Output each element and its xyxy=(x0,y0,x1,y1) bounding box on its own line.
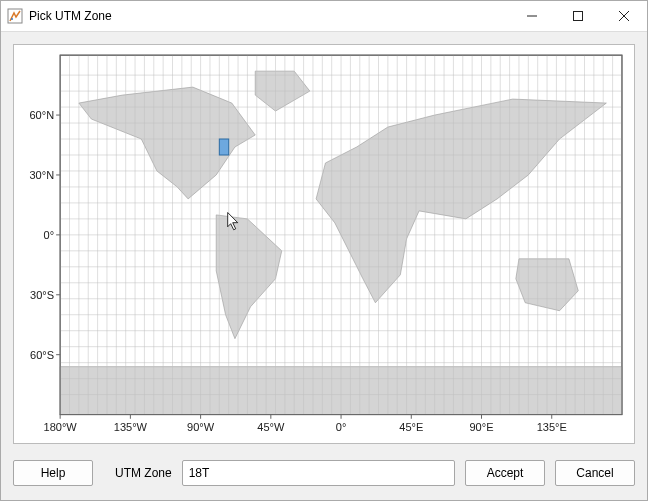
titlebar: Pick UTM Zone xyxy=(1,1,647,32)
window: Pick UTM Zone 60°N30°N0°30°S60°S180°W135… xyxy=(0,0,648,501)
app-icon xyxy=(7,8,23,24)
svg-text:30°N: 30°N xyxy=(29,169,54,181)
svg-rect-89 xyxy=(219,139,228,155)
content-area: 60°N30°N0°30°S60°S180°W135°W90°W45°W0°45… xyxy=(1,32,647,500)
utm-zone-label: UTM Zone xyxy=(115,466,172,480)
svg-text:90°W: 90°W xyxy=(187,421,215,433)
accept-button[interactable]: Accept xyxy=(465,460,545,486)
svg-text:45°W: 45°W xyxy=(257,421,285,433)
cancel-button[interactable]: Cancel xyxy=(555,460,635,486)
close-icon xyxy=(619,11,629,21)
svg-point-1 xyxy=(11,18,13,20)
svg-text:180°W: 180°W xyxy=(44,421,78,433)
svg-text:0°: 0° xyxy=(336,421,347,433)
minimize-button[interactable] xyxy=(509,1,555,31)
svg-text:45°E: 45°E xyxy=(399,421,423,433)
maximize-button[interactable] xyxy=(555,1,601,31)
utm-zone-input[interactable] xyxy=(182,460,455,486)
svg-text:60°N: 60°N xyxy=(29,109,54,121)
close-button[interactable] xyxy=(601,1,647,31)
svg-text:0°: 0° xyxy=(44,229,55,241)
svg-text:90°E: 90°E xyxy=(469,421,493,433)
utm-map[interactable]: 60°N30°N0°30°S60°S180°W135°W90°W45°W0°45… xyxy=(14,45,634,443)
svg-text:135°E: 135°E xyxy=(537,421,567,433)
help-button[interactable]: Help xyxy=(13,460,93,486)
svg-text:60°S: 60°S xyxy=(30,349,54,361)
bottom-bar: Help UTM Zone Accept Cancel xyxy=(13,454,635,492)
svg-text:30°S: 30°S xyxy=(30,289,54,301)
svg-rect-3 xyxy=(574,12,583,21)
map-panel: 60°N30°N0°30°S60°S180°W135°W90°W45°W0°45… xyxy=(13,44,635,444)
minimize-icon xyxy=(527,11,537,21)
maximize-icon xyxy=(573,11,583,21)
window-title: Pick UTM Zone xyxy=(29,9,112,23)
svg-text:135°W: 135°W xyxy=(114,421,148,433)
